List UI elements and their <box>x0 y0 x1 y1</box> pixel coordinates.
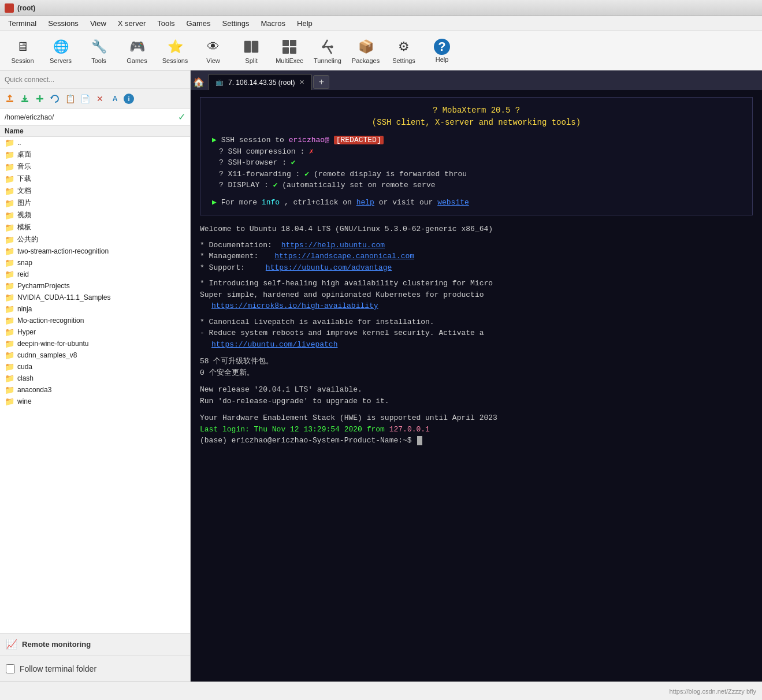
list-item[interactable]: 📁 模板 <box>0 221 190 233</box>
folder-name: 音乐 <box>17 162 31 172</box>
info-arrow: ▶ <box>212 198 221 207</box>
toolbar-settings-btn[interactable]: ⚙ Settings <box>386 34 422 68</box>
menu-view[interactable]: View <box>84 18 112 29</box>
split-icon <box>242 38 261 56</box>
list-item-clash[interactable]: 📁 clash <box>0 373 190 384</box>
list-item[interactable]: 📁 图片 <box>0 197 190 209</box>
toolbar-session-btn[interactable]: 🖥 Session <box>5 34 40 68</box>
tab-close-btn[interactable]: ✕ <box>299 79 304 86</box>
menu-xserver[interactable]: X server <box>112 18 151 29</box>
fb-copy-btn[interactable]: 📋 <box>64 92 76 105</box>
list-item[interactable]: 📁 Mo-action-recognition <box>0 315 190 326</box>
ssh-session-line: ▶ SSH session to ericzhao@ [REDACTED] <box>212 135 741 146</box>
folder-icon: 📁 <box>5 258 14 267</box>
toolbar-tools-label: Tools <box>91 57 106 64</box>
toolbar-view-btn[interactable]: 👁 View <box>195 34 231 68</box>
fb-newdir-btn[interactable] <box>34 92 46 105</box>
menu-tools[interactable]: Tools <box>151 18 180 29</box>
list-item[interactable]: 📁 Hyper <box>0 326 190 338</box>
follow-folder-checkbox[interactable] <box>6 664 15 673</box>
microk8s-lines: * Introducing self-healing high availabi… <box>200 278 753 312</box>
list-item[interactable]: 📁 下载 <box>0 173 190 185</box>
menu-settings[interactable]: Settings <box>217 18 255 29</box>
fb-paste-btn[interactable]: 📄 <box>79 92 91 105</box>
menu-help[interactable]: Help <box>291 18 318 29</box>
toolbar-games-btn[interactable]: 🎮 Games <box>119 34 155 68</box>
folder-icon: 📁 <box>5 293 14 302</box>
terminal-content[interactable]: ? MobaXterm 20.5 ? (SSH client, X-server… <box>191 90 762 682</box>
toolbar-sessions-btn[interactable]: ⭐ Sessions <box>157 34 193 68</box>
tab-add-btn[interactable]: + <box>313 75 329 89</box>
fb-delete-btn[interactable]: ✕ <box>94 92 106 105</box>
list-item[interactable]: 📁 桌面 <box>0 148 190 161</box>
support-url[interactable]: https://ubuntu.com/advantage <box>266 263 392 272</box>
tab-label: 7. 106.14.43.35 (root) <box>228 79 295 87</box>
folder-icon: 📁 <box>5 247 14 256</box>
folder-name: reid <box>17 270 29 278</box>
list-item[interactable]: 📁 PycharmProjects <box>0 280 190 292</box>
list-item[interactable]: 📁 ninja <box>0 303 190 315</box>
list-item[interactable]: 📁 视频 <box>0 209 190 221</box>
file-browser-toolbar: 📋 📄 ✕ A i <box>0 89 190 109</box>
list-item[interactable]: 📁 two-stream-action-recognition <box>0 245 190 257</box>
toolbar-tunneling-btn[interactable]: Tunneling <box>310 34 345 68</box>
toolbar-multiexec-btn[interactable]: MultiExec <box>272 34 307 68</box>
toolbar-packages-btn[interactable]: 📦 Packages <box>348 34 384 68</box>
follow-folder-bar: Follow terminal folder <box>0 655 190 682</box>
microk8s-text2: Super simple, hardened and opinionated K… <box>200 291 484 299</box>
list-item[interactable]: 📁 cuda <box>0 361 190 373</box>
menu-games[interactable]: Games <box>181 18 217 29</box>
mgmt-label: * Management: <box>200 252 258 260</box>
file-list[interactable]: Name 📁 .. 📁 桌面 📁 音乐 📁 下载 <box>0 126 190 633</box>
home-tab-icon[interactable]: 🏠 <box>193 75 205 89</box>
livepatch-url[interactable]: https://ubuntu.com/livepatch <box>211 340 337 349</box>
toolbar-games-label: Games <box>127 57 147 64</box>
info-link[interactable]: info <box>262 198 280 207</box>
list-item[interactable]: 📁 公共的 <box>0 233 190 245</box>
prompt-line[interactable]: (base) ericzhao@ericzhao-System-Product-… <box>200 435 753 446</box>
list-item[interactable]: 📁 reid <box>0 269 190 280</box>
toolbar-servers-btn[interactable]: 🌐 Servers <box>43 34 79 68</box>
help-link[interactable]: help <box>356 198 374 207</box>
terminal-tab[interactable]: 📺 7. 106.14.43.35 (root) ✕ <box>208 74 312 90</box>
fb-info-btn[interactable]: i <box>124 94 134 104</box>
doc-url[interactable]: https://help.ubuntu.com <box>281 241 385 250</box>
support-label: * Support: <box>200 263 245 272</box>
list-item[interactable]: 📁 wine <box>0 396 190 407</box>
list-item[interactable]: 📁 anaconda3 <box>0 384 190 396</box>
servers-icon: 🌐 <box>51 38 70 56</box>
menu-terminal[interactable]: Terminal <box>2 18 42 29</box>
list-item[interactable]: 📁 deepin-wine-for-ubuntu <box>0 338 190 349</box>
list-item[interactable]: 📁 NVIDIA_CUDA-11.1_Samples <box>0 292 190 303</box>
quick-connect-input[interactable] <box>5 76 185 84</box>
fb-rename-btn[interactable]: A <box>109 92 121 105</box>
toolbar-help-btn[interactable]: ? Help <box>424 34 460 68</box>
toolbar-tools-btn[interactable]: 🔧 Tools <box>81 34 117 68</box>
microk8s-url[interactable]: https://microk8s.io/high-availability <box>211 301 378 310</box>
x11-note: (remote display is forwarded throu <box>314 170 467 178</box>
path-input[interactable] <box>5 113 176 121</box>
mgmt-line: * Management: https://landscape.canonica… <box>200 251 753 262</box>
welcome-box: ? MobaXterm 20.5 ? (SSH client, X-server… <box>200 97 753 215</box>
list-item[interactable]: 📁 音乐 <box>0 161 190 173</box>
menu-macros[interactable]: Macros <box>255 18 291 29</box>
svg-rect-2 <box>283 40 289 46</box>
fb-refresh-btn[interactable] <box>49 92 61 105</box>
list-item[interactable]: 📁 snap <box>0 257 190 269</box>
folder-icon: 📁 <box>5 187 14 196</box>
parent-folder-icon: 📁 <box>5 138 14 147</box>
remote-monitoring-bar[interactable]: 📈 Remote monitoring <box>0 633 190 655</box>
toolbar-split-btn[interactable]: Split <box>233 34 269 68</box>
mgmt-url[interactable]: https://landscape.canonical.com <box>274 252 414 260</box>
list-item[interactable]: 📁 文档 <box>0 185 190 197</box>
cursor <box>417 436 422 445</box>
folder-icon: 📁 <box>5 211 14 220</box>
website-link[interactable]: website <box>437 198 469 207</box>
list-item[interactable]: 📁 cudnn_samples_v8 <box>0 349 190 361</box>
folder-icon: 📁 <box>5 235 14 244</box>
folder-icon: 📁 <box>5 162 14 172</box>
menu-sessions[interactable]: Sessions <box>42 18 84 29</box>
fb-upload-btn[interactable] <box>3 92 16 105</box>
fb-download-btn[interactable] <box>18 92 31 105</box>
list-item-parent[interactable]: 📁 .. <box>0 137 190 148</box>
